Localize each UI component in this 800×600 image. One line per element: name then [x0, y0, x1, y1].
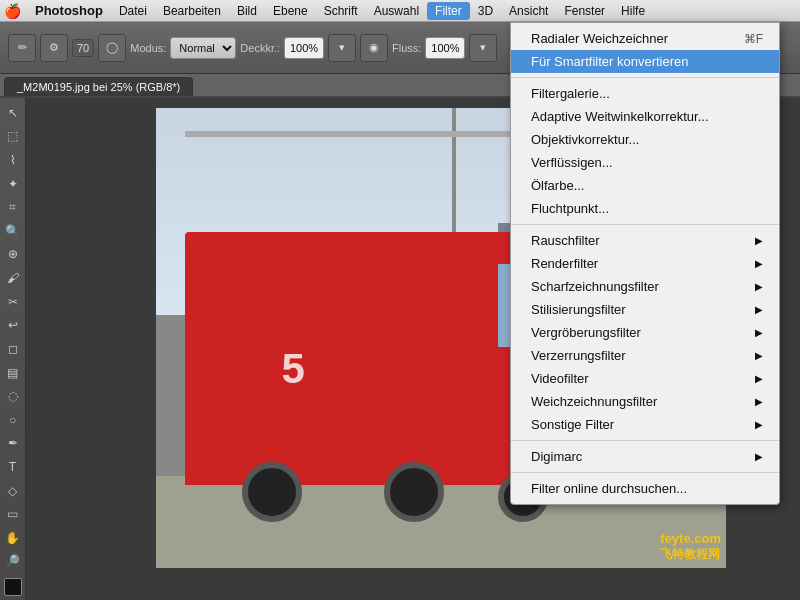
airbrush-icon[interactable]: ◉: [360, 34, 388, 62]
menu-bearbeiten[interactable]: Bearbeiten: [155, 2, 229, 20]
menu-item-rauschfilter[interactable]: Rauschfilter ▶: [511, 229, 779, 252]
verzerrung-label: Verzerrungsfilter: [531, 348, 626, 363]
tab-label: _M2M0195.jpg bei 25% (RGB/8*): [17, 81, 180, 93]
menu-item-renderfilter[interactable]: Renderfilter ▶: [511, 252, 779, 275]
menu-item-radialer[interactable]: Radialer Weichzeichner ⌘F: [511, 27, 779, 50]
fluss-input[interactable]: 100%: [425, 37, 465, 59]
lasso-tool[interactable]: ⌇: [2, 149, 24, 171]
stilisierung-label: Stilisierungsfilter: [531, 302, 626, 317]
menu-item-objektiv[interactable]: Objektivkorrektur...: [511, 128, 779, 151]
renderfilter-label: Renderfilter: [531, 256, 598, 271]
hand-tool[interactable]: ✋: [2, 527, 24, 549]
menu-hilfe[interactable]: Hilfe: [613, 2, 653, 20]
menu-3d[interactable]: 3D: [470, 2, 501, 20]
eyedropper-tool[interactable]: 🔍: [2, 220, 24, 242]
menu-item-stilisierung[interactable]: Stilisierungsfilter ▶: [511, 298, 779, 321]
brush-size-box: 70: [72, 39, 94, 57]
apple-icon[interactable]: 🍎: [4, 3, 21, 19]
truck-ladder: [185, 131, 527, 137]
watermark-line1: feyte.com: [660, 531, 721, 546]
menu-schrift[interactable]: Schrift: [316, 2, 366, 20]
brush-tool[interactable]: 🖌: [2, 267, 24, 289]
menu-item-fluchtpunkt[interactable]: Fluchtpunkt...: [511, 197, 779, 220]
weichzeichnung-arrow: ▶: [755, 396, 763, 407]
menu-filter[interactable]: Filter: [427, 2, 470, 20]
magic-wand-tool[interactable]: ✦: [2, 173, 24, 195]
crop-tool[interactable]: ⌗: [2, 196, 24, 218]
scharfzeichnung-label: Scharfzeichnungsfilter: [531, 279, 659, 294]
fluchtpunkt-label: Fluchtpunkt...: [531, 201, 609, 216]
spot-heal-tool[interactable]: ⊕: [2, 244, 24, 266]
menu-item-online[interactable]: Filter online durchsuchen...: [511, 477, 779, 500]
deckung-arrow[interactable]: ▾: [328, 34, 356, 62]
menu-item-smartfilter[interactable]: Für Smartfilter konvertieren: [511, 50, 779, 73]
menu-item-radialer-label: Radialer Weichzeichner: [531, 31, 668, 46]
move-tool[interactable]: ↖: [2, 102, 24, 124]
menu-item-videofilter[interactable]: Videofilter ▶: [511, 367, 779, 390]
blur-tool[interactable]: ◌: [2, 385, 24, 407]
select-tool[interactable]: ⬚: [2, 126, 24, 148]
image-tab[interactable]: _M2M0195.jpg bei 25% (RGB/8*): [4, 77, 193, 96]
menu-item-scharfzeichnung[interactable]: Scharfzeichnungsfilter ▶: [511, 275, 779, 298]
menu-item-weitwinkel[interactable]: Adaptive Weitwinkelkorrektur...: [511, 105, 779, 128]
digimarc-label: Digimarc: [531, 449, 582, 464]
menu-item-verfluessigen[interactable]: Verflüssigen...: [511, 151, 779, 174]
rauschfilter-arrow: ▶: [755, 235, 763, 246]
menu-divider-1: [511, 77, 779, 78]
menu-datei[interactable]: Datei: [111, 2, 155, 20]
online-label: Filter online durchsuchen...: [531, 481, 687, 496]
weitwinkel-label: Adaptive Weitwinkelkorrektur...: [531, 109, 709, 124]
menu-bild[interactable]: Bild: [229, 2, 265, 20]
menu-divider-2: [511, 224, 779, 225]
menu-item-verzerrung[interactable]: Verzerrungsfilter ▶: [511, 344, 779, 367]
app-name-menu[interactable]: Photoshop: [27, 1, 111, 20]
menu-item-digimarc[interactable]: Digimarc ▶: [511, 445, 779, 468]
eraser-tool[interactable]: ◻: [2, 338, 24, 360]
menu-ansicht[interactable]: Ansicht: [501, 2, 556, 20]
menu-ebene[interactable]: Ebene: [265, 2, 316, 20]
renderfilter-arrow: ▶: [755, 258, 763, 269]
menu-item-oelfarbe[interactable]: Ölfarbe...: [511, 174, 779, 197]
menu-auswahl[interactable]: Auswahl: [366, 2, 427, 20]
history-brush[interactable]: ↩: [2, 314, 24, 336]
oelfarbe-label: Ölfarbe...: [531, 178, 584, 193]
watermark: feyte.com 飞特教程网: [660, 531, 721, 563]
deckung-label: Deckkr.:: [240, 42, 280, 54]
filtergalerie-label: Filtergalerie...: [531, 86, 610, 101]
rauschfilter-label: Rauschfilter: [531, 233, 600, 248]
menu-item-vergroberung[interactable]: Vergröberungsfilter ▶: [511, 321, 779, 344]
foreground-color[interactable]: [4, 578, 22, 596]
fluss-arrow[interactable]: ▾: [469, 34, 497, 62]
modus-label: Modus:: [130, 42, 166, 54]
modus-select[interactable]: Normal: [170, 37, 236, 59]
verfluessigen-label: Verflüssigen...: [531, 155, 613, 170]
menu-item-weichzeichnung[interactable]: Weichzeichnungsfilter ▶: [511, 390, 779, 413]
sonstige-label: Sonstige Filter: [531, 417, 614, 432]
videofilter-arrow: ▶: [755, 373, 763, 384]
brush-selector[interactable]: ◯: [98, 34, 126, 62]
tools-panel: ↖ ⬚ ⌇ ✦ ⌗ 🔍 ⊕ 🖌 ✂ ↩ ◻ ▤ ◌ ○ ✒ T ◇ ▭ ✋ 🔎: [0, 98, 26, 600]
menu-divider-4: [511, 472, 779, 473]
menu-bar: 🍎 Photoshop Datei Bearbeiten Bild Ebene …: [0, 0, 800, 22]
pen-tool[interactable]: ✒: [2, 433, 24, 455]
videofilter-label: Videofilter: [531, 371, 589, 386]
fluss-label: Fluss:: [392, 42, 421, 54]
truck-number: 5: [281, 345, 304, 393]
truck-wheel-1: [242, 462, 302, 522]
text-tool[interactable]: T: [2, 456, 24, 478]
dodge-tool[interactable]: ○: [2, 409, 24, 431]
menu-item-filtergalerie[interactable]: Filtergalerie...: [511, 82, 779, 105]
tool-options[interactable]: ⚙: [40, 34, 68, 62]
menu-fenster[interactable]: Fenster: [556, 2, 613, 20]
gradient-tool[interactable]: ▤: [2, 362, 24, 384]
shape-tool[interactable]: ▭: [2, 503, 24, 525]
objektiv-label: Objektivkorrektur...: [531, 132, 639, 147]
deckung-input[interactable]: 100%: [284, 37, 324, 59]
menu-item-smartfilter-label: Für Smartfilter konvertieren: [531, 54, 689, 69]
clone-tool[interactable]: ✂: [2, 291, 24, 313]
path-tool[interactable]: ◇: [2, 480, 24, 502]
zoom-tool[interactable]: 🔎: [2, 551, 24, 573]
tool-brush[interactable]: ✏: [8, 34, 36, 62]
verzerrung-arrow: ▶: [755, 350, 763, 361]
menu-item-sonstige[interactable]: Sonstige Filter ▶: [511, 413, 779, 436]
